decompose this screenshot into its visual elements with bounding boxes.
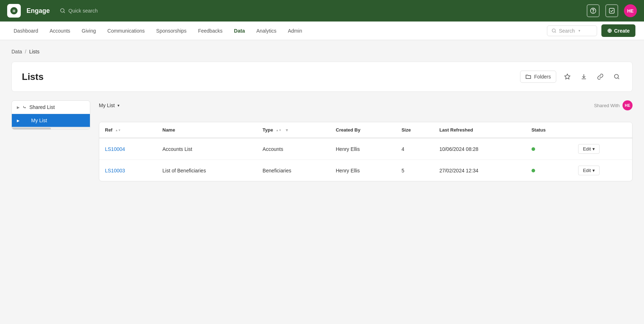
sort-type: ▲▼ [276,129,282,132]
nav-search[interactable]: Search ▾ [547,25,597,36]
nav-item-feedbacks[interactable]: Feedbacks [193,26,227,36]
svg-point-2 [593,12,593,12]
col-ref[interactable]: Ref ▲▼ [99,122,157,138]
my-list-toggle-label: My List [99,103,115,108]
status-dot-1 [532,147,535,151]
nav-item-admin[interactable]: Admin [283,26,307,36]
edit-button-1[interactable]: Edit ▾ [578,144,599,154]
col-size: Size [396,122,434,138]
topbar-right: HE [587,4,637,17]
page-header-actions: Folders [520,71,622,83]
ref-link-2[interactable]: LS10003 [105,168,125,173]
tree-scrollbar-thumb [12,128,51,130]
breadcrumb-separator: / [25,49,27,54]
col-created-by: Created By [330,122,396,138]
question-circle-icon [590,8,596,14]
cell-ref-1[interactable]: LS10004 [99,138,157,160]
app-logo [7,4,21,18]
quick-search[interactable]: Quick search [60,8,98,14]
help-button[interactable] [587,4,600,17]
main-content: Data / Lists Lists Folders [0,40,644,190]
breadcrumb-data[interactable]: Data [11,49,22,54]
edit-button-2[interactable]: Edit ▾ [578,166,599,175]
nav-search-chevron: ▾ [578,29,580,33]
topbar: Engage Quick search HE [0,0,644,22]
cell-refreshed-1: 10/06/2024 08:28 [434,138,526,160]
breadcrumb: Data / Lists [11,49,633,54]
col-actions [572,122,632,138]
nav-item-communications[interactable]: Communications [102,26,150,36]
status-dot-2 [532,169,535,172]
check-square-icon [609,8,615,14]
nav-item-giving[interactable]: Giving [77,26,101,36]
share-icon: ⤷ [23,105,27,110]
cell-type-1: Accounts [257,138,330,160]
nav-item-data[interactable]: Data [229,26,250,36]
cell-name-2: List of Beneficiaries [157,160,257,181]
cell-ref-2[interactable]: LS10003 [99,160,157,181]
page-title: Lists [22,71,44,82]
col-last-refreshed: Last Refreshed [434,122,526,138]
cell-action-2: Edit ▾ [572,160,632,181]
list-section: ▶ ⤷ Shared List ▶ 👤 My List [11,100,633,181]
svg-point-5 [615,75,619,78]
edit-chevron-2: ▾ [592,168,595,173]
nav-item-sponsorships[interactable]: Sponsorships [151,26,192,36]
download-button[interactable] [578,71,589,82]
edit-chevron-1: ▾ [592,146,595,152]
tree-item-shared-list[interactable]: ▶ ⤷ Shared List [12,101,90,114]
link-icon [597,73,604,80]
nav-search-label: Search [559,28,575,34]
search-button[interactable] [611,71,622,82]
nav-item-dashboard[interactable]: Dashboard [9,26,43,36]
folder-icon [525,74,531,80]
filter-type-icon: ▼ [285,128,289,132]
cell-size-1: 4 [396,138,434,160]
search-icon [614,73,620,80]
my-list-toggle[interactable]: My List ▾ [99,103,120,108]
app-brand: Engage [27,7,50,15]
tree-arrow-shared: ▶ [17,105,20,109]
data-table: Ref ▲▼ Name Type ▲▼ ▼ Created By Size [99,122,633,181]
shared-list-label: Shared List [29,104,55,110]
create-plus-icon: ⊕ [607,27,612,34]
cell-created-by-1: Henry Ellis [330,138,396,160]
col-type[interactable]: Type ▲▼ ▼ [257,122,330,138]
tree-panel: ▶ ⤷ Shared List ▶ 👤 My List [11,100,90,130]
cell-refreshed-2: 27/02/2024 12:34 [434,160,526,181]
chevron-down-icon: ▾ [117,103,120,108]
table-row: LS10004 Accounts List Accounts Henry Ell… [99,138,632,160]
search-icon [60,8,66,14]
list-sidebar: ▶ ⤷ Shared List ▶ 👤 My List [11,100,90,181]
ref-link-1[interactable]: LS10004 [105,146,125,152]
cell-type-2: Beneficiaries [257,160,330,181]
sort-ref: ▲▼ [115,129,121,132]
col-name: Name [157,122,257,138]
link-button[interactable] [595,71,606,82]
create-label: Create [614,28,630,34]
shared-with-row: Shared With HE [594,100,633,110]
shared-with-label: Shared With [594,103,620,108]
checklist-button[interactable] [605,4,618,17]
star-button[interactable] [562,71,573,82]
cell-size-2: 5 [396,160,434,181]
nav-item-accounts[interactable]: Accounts [45,26,76,36]
nav-item-analytics[interactable]: Analytics [251,26,282,36]
tree-item-my-list[interactable]: ▶ 👤 My List [12,114,90,127]
create-button[interactable]: ⊕ Create [601,24,635,37]
svg-point-0 [61,9,64,12]
nav-search-icon [552,28,557,33]
folders-button[interactable]: Folders [520,71,556,83]
table-top-row: My List ▾ Shared With HE [99,100,633,116]
page-header: Lists Folders [11,62,633,92]
table-row: LS10003 List of Beneficiaries Beneficiar… [99,160,632,181]
star-icon [564,73,571,80]
col-status: Status [526,122,573,138]
folders-label: Folders [534,74,551,80]
navbar: Dashboard Accounts Giving Communications… [0,22,644,40]
tree-scrollbar[interactable] [12,127,90,129]
user-icon: 👤 [23,118,28,123]
tree-arrow-my-list: ▶ [17,119,20,123]
user-avatar[interactable]: HE [624,4,637,17]
my-list-label: My List [31,118,47,123]
